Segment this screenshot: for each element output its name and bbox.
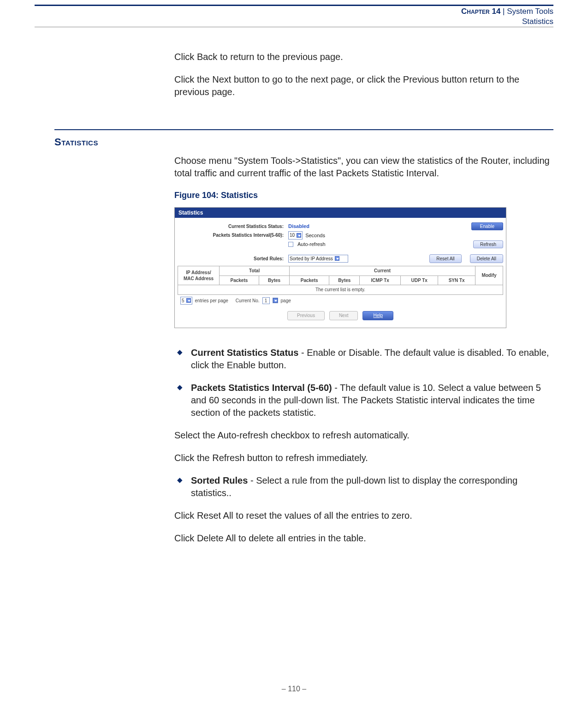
next-button[interactable]: Next	[329, 311, 358, 320]
chapter-label: Chapter 14	[461, 7, 500, 16]
section-rule	[54, 129, 553, 130]
col-syn: SYN Tx	[438, 276, 475, 285]
refresh-button[interactable]: Refresh	[473, 240, 503, 248]
label-sorted-rules: Sorted Rules:	[178, 256, 288, 262]
page-header: Chapter 14 | System Tools Statistics	[461, 6, 553, 27]
col-icmp: ICMP Tx	[360, 276, 400, 285]
bullet-2-bold: Packets Statistics Interval (5-60)	[191, 383, 332, 393]
intro-p1: Click Back to return to the previous pag…	[174, 51, 553, 63]
intro-p2: Click the Next button to go to the next …	[174, 73, 553, 98]
section-body: Choose menu "System Tools->Statistics", …	[174, 155, 553, 555]
col-ip-mac: IP Address/ MAC Address	[178, 266, 220, 285]
current-no-label: Current No.	[236, 298, 260, 304]
col-group-current: Current	[290, 266, 475, 276]
value-current-status: Disabled	[288, 223, 309, 230]
section-heading: Statistics	[54, 136, 98, 148]
interval-unit: Seconds	[305, 232, 325, 239]
col-packets-2: Packets	[290, 276, 329, 285]
para-auto-refresh: Select the Auto-refresh checkbox to refr…	[174, 429, 553, 442]
bullet-list-2: Sorted Rules - Select a rule from the pu…	[174, 474, 553, 499]
header-rule-top	[35, 5, 553, 6]
reset-all-button[interactable]: Reset All	[429, 254, 461, 264]
bullet-3-bold: Sorted Rules	[191, 475, 248, 485]
col-group-total: Total	[220, 266, 290, 276]
chevron-down-icon	[186, 298, 191, 303]
label-interval: Packets Statistics Interval(5-60):	[178, 232, 288, 239]
col-bytes-2: Bytes	[329, 276, 360, 285]
bullet-sorted-rules: Sorted Rules - Select a rule from the pu…	[174, 474, 553, 499]
bullet-current-status: Current Statistics Status - Enable or Di…	[174, 347, 553, 371]
figure-statistics: Statistics Current Statistics Status: Di…	[174, 207, 506, 328]
figure-label: Figure 104: Statistics	[174, 190, 553, 201]
para-delete-all: Click Delete All to delete all entries i…	[174, 532, 553, 545]
page-number: – 110 –	[0, 685, 588, 693]
figure-title: Statistics	[175, 208, 506, 218]
header-separator: |	[500, 7, 507, 16]
bullet-list: Current Statistics Status - Enable or Di…	[174, 347, 553, 419]
header-right-1: System Tools	[507, 7, 553, 16]
statistics-table: IP Address/ MAC Address Total Current Mo…	[178, 266, 503, 295]
col-modify: Modify	[475, 266, 503, 285]
previous-button[interactable]: Previous	[287, 311, 325, 320]
auto-refresh-label: Auto-refresh	[297, 241, 326, 248]
col-udp: UDP Tx	[400, 276, 438, 285]
section-p1: Choose menu "System Tools->Statistics", …	[174, 155, 553, 180]
enable-button[interactable]: Enable	[471, 222, 503, 230]
para-reset-all: Click Reset All to reset the values of a…	[174, 509, 553, 522]
bullet-1-bold: Current Statistics Status	[191, 348, 298, 358]
col-packets: Packets	[220, 276, 259, 285]
table-empty-row: The current list is empty.	[178, 285, 503, 295]
para-refresh-button: Click the Refresh button to refresh imme…	[174, 452, 553, 464]
entries-per-page-label: entries per page	[195, 298, 228, 304]
col-bytes: Bytes	[259, 276, 289, 285]
delete-all-button[interactable]: Delete All	[470, 254, 503, 264]
label-current-status: Current Statistics Status:	[178, 223, 288, 230]
document-page: Chapter 14 | System Tools Statistics Cli…	[0, 0, 588, 707]
auto-refresh-checkbox[interactable]	[288, 242, 293, 247]
entries-per-page-select[interactable]: 5	[180, 297, 192, 305]
chevron-down-icon	[335, 256, 339, 261]
sorted-rules-select[interactable]: Sorted by IP Address	[288, 255, 348, 263]
current-no-input[interactable]: 1	[262, 297, 270, 305]
page-nav-caret[interactable]	[273, 298, 278, 303]
header-right-2: Statistics	[461, 17, 553, 27]
chevron-down-icon	[297, 233, 301, 238]
intro-block: Click Back to return to the previous pag…	[174, 51, 553, 108]
page-label: page	[281, 298, 291, 304]
interval-select[interactable]: 10	[288, 231, 303, 240]
chevron-down-icon	[273, 298, 278, 303]
header-rule-bottom	[35, 27, 553, 27]
help-button[interactable]: Help	[362, 311, 393, 320]
bullet-interval: Packets Statistics Interval (5-60) - The…	[174, 382, 553, 419]
